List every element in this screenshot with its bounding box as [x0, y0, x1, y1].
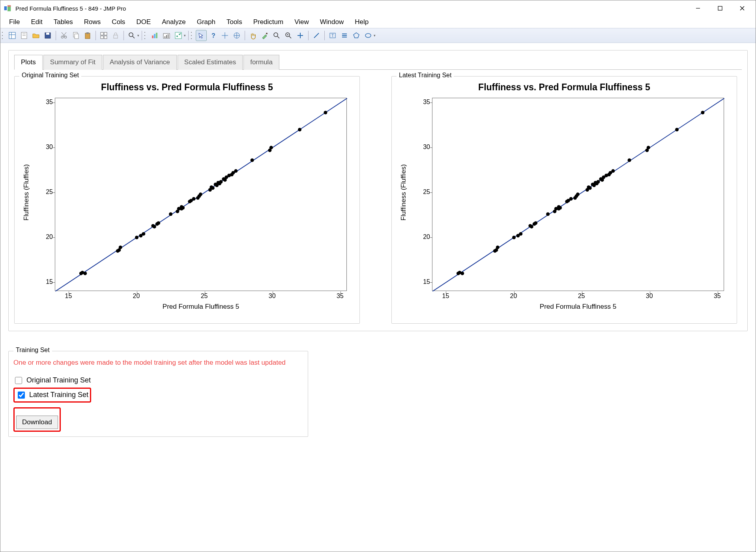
svg-point-119: [530, 225, 533, 228]
panel-legend: Latest Training Set: [397, 72, 454, 79]
svg-point-90: [211, 186, 215, 190]
svg-point-141: [596, 180, 600, 183]
line-tool-icon[interactable]: [311, 30, 322, 41]
x-tick: 20: [133, 293, 140, 300]
ellipse-tool-icon[interactable]: [363, 30, 374, 41]
menu-tables[interactable]: Tables: [48, 17, 79, 28]
svg-rect-4: [718, 6, 722, 10]
menu-window[interactable]: Window: [314, 17, 349, 28]
svg-text:T: T: [331, 34, 334, 38]
svg-point-65: [83, 272, 87, 275]
lock-icon[interactable]: [110, 30, 121, 41]
menu-cols[interactable]: Cols: [106, 17, 131, 28]
plots-row: Original Training Set Fluffiness vs. Pre…: [14, 73, 742, 324]
latest-training-highlight: Latest Training Set: [13, 388, 91, 403]
maximize-button[interactable]: [709, 1, 731, 15]
help-tool-icon[interactable]: ?: [208, 30, 219, 41]
x-axis-label: Pred Formula Fluffiness 5: [55, 303, 347, 311]
toolbar-dropdown-icon[interactable]: ▾: [137, 34, 139, 37]
svg-rect-26: [104, 36, 107, 39]
original-training-set-panel: Original Training Set Fluffiness vs. Pre…: [14, 76, 360, 324]
menu-analyze[interactable]: Analyze: [156, 17, 191, 28]
x-tick: 20: [510, 293, 517, 300]
svg-rect-21: [85, 33, 90, 39]
menu-graph[interactable]: Graph: [191, 17, 221, 28]
minimize-button[interactable]: [687, 1, 709, 15]
app-window: Pred Formula Fluffiness 5 - 849 - JMP Pr…: [0, 0, 756, 552]
save-icon[interactable]: [42, 30, 53, 41]
svg-line-48: [277, 36, 279, 38]
menu-file[interactable]: File: [4, 17, 25, 28]
lines-annotate-icon[interactable]: [339, 30, 350, 41]
y-axis-label: Fluffiness (Fluffies): [22, 164, 30, 221]
y-tick: 15: [46, 278, 53, 285]
svg-rect-35: [166, 35, 167, 38]
menu-view[interactable]: View: [289, 17, 314, 28]
lasso-tool-icon[interactable]: [271, 30, 282, 41]
chart-latest[interactable]: Fluffiness vs. Pred Formula Fluffiness 5…: [397, 82, 732, 319]
menu-doe[interactable]: DOE: [131, 17, 156, 28]
svg-rect-36: [168, 34, 168, 38]
add-tool-icon[interactable]: [295, 30, 306, 41]
polygon-tool-icon[interactable]: [351, 30, 362, 41]
latest-training-label[interactable]: Latest Training Set: [29, 391, 88, 399]
menu-edit[interactable]: Edit: [25, 17, 48, 28]
titlebar: Pred Formula Fluffiness 5 - 849 - JMP Pr…: [0, 0, 756, 16]
new-data-table-icon[interactable]: [7, 30, 18, 41]
magnifier-tool-icon[interactable]: [283, 30, 294, 41]
arrow-tool-icon[interactable]: [196, 30, 207, 41]
group-icon[interactable]: [98, 30, 109, 41]
download-button[interactable]: Download: [16, 416, 58, 429]
svg-point-68: [119, 246, 122, 249]
menu-rows[interactable]: Rows: [79, 17, 107, 28]
copy-icon[interactable]: [70, 30, 81, 41]
new-script-icon[interactable]: [19, 30, 30, 41]
graph-builder-icon[interactable]: [173, 30, 184, 41]
svg-point-136: [588, 186, 592, 190]
fit-y-by-x-icon[interactable]: [161, 30, 172, 41]
svg-point-84: [192, 197, 196, 201]
scroller-tool-icon[interactable]: [231, 30, 242, 41]
tab-summary-of-fit[interactable]: Summary of Fit: [43, 55, 102, 70]
paste-icon[interactable]: [82, 30, 93, 41]
menu-predictum[interactable]: Predictum: [248, 17, 289, 28]
menu-tools[interactable]: Tools: [221, 17, 248, 28]
original-training-checkbox[interactable]: [15, 377, 22, 384]
window-controls: [687, 1, 753, 15]
toolbar-dropdown-icon[interactable]: ▾: [374, 34, 376, 37]
cut-icon[interactable]: [58, 30, 69, 41]
plot-area[interactable]: [55, 98, 347, 291]
tab-formula[interactable]: formula: [243, 55, 279, 70]
chart-original[interactable]: Fluffiness vs. Pred Formula Fluffiness 5…: [19, 82, 355, 319]
svg-rect-7: [9, 32, 15, 39]
svg-point-87: [199, 192, 202, 196]
svg-point-127: [558, 206, 562, 210]
tab-scaled-estimates[interactable]: Scaled Estimates: [178, 55, 243, 70]
download-highlight: Download: [13, 407, 61, 432]
latest-training-checkbox[interactable]: [18, 392, 25, 399]
menu-help[interactable]: Help: [349, 17, 374, 28]
crosshair-tool-icon[interactable]: [219, 30, 230, 41]
open-icon[interactable]: [30, 30, 41, 41]
svg-point-148: [611, 169, 615, 173]
zoom-icon[interactable]: [126, 30, 137, 41]
x-tick: 15: [442, 293, 449, 300]
toolbar-dropdown-icon[interactable]: ▾: [184, 34, 186, 37]
toolbar-grip: [2, 31, 4, 40]
svg-point-81: [181, 206, 185, 210]
x-tick: 30: [646, 293, 653, 300]
svg-rect-14: [46, 33, 49, 35]
original-training-label[interactable]: Original Training Set: [26, 376, 91, 384]
distribution-icon[interactable]: [149, 30, 160, 41]
close-button[interactable]: [731, 1, 753, 15]
svg-point-107: [324, 111, 327, 114]
grabber-tool-icon[interactable]: [247, 30, 258, 41]
text-annotate-icon[interactable]: T: [327, 30, 338, 41]
plot-area[interactable]: [432, 98, 724, 291]
brush-tool-icon[interactable]: [259, 30, 270, 41]
menubar: FileEditTablesRowsColsDOEAnalyzeGraphToo…: [0, 16, 756, 28]
tab-plots[interactable]: Plots: [14, 55, 43, 70]
svg-point-71: [142, 232, 145, 236]
svg-rect-32: [156, 33, 157, 38]
tab-analysis-of-variance[interactable]: Analysis of Variance: [103, 55, 177, 70]
